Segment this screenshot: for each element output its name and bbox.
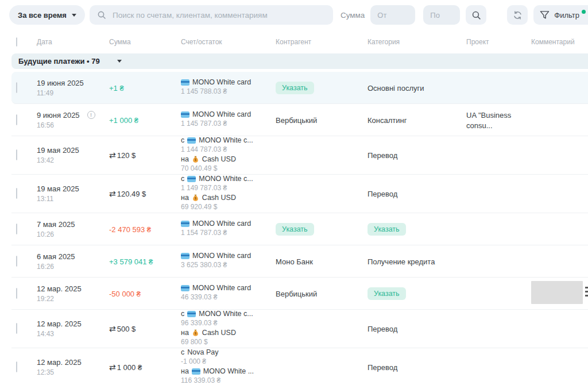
row-checkbox[interactable] xyxy=(16,224,17,234)
period-label: За все время xyxy=(18,11,67,20)
redacted-comment xyxy=(531,281,583,304)
account-balance: 46 339.03 ₴ xyxy=(181,293,270,302)
table-row[interactable]: 19 июня 202511:49+1 ₴MONO White card1 14… xyxy=(11,72,588,104)
table-row[interactable]: 7 мая 202510:26-2 470 593 ₴MONO White ca… xyxy=(11,213,588,245)
account-from-name: MONO White c... xyxy=(199,175,253,183)
transaction-time: 13:11 xyxy=(37,195,103,203)
amount-value: -50 000 ₴ xyxy=(109,290,141,298)
date-cell: 12 мар. 202512:35 xyxy=(37,358,109,376)
filter-button[interactable]: Фильтр xyxy=(533,5,588,25)
row-checkbox[interactable] xyxy=(16,288,17,299)
category-cell: Перевод xyxy=(368,188,466,199)
table-row[interactable]: 12 мар. 202512:35⇄1 000 ₴сNova Pay-1 000… xyxy=(11,348,588,385)
amount-from-input[interactable] xyxy=(370,5,415,25)
account-name: MONO White card xyxy=(192,220,251,228)
amount-value: -2 470 593 ₴ xyxy=(109,225,151,234)
account-cell: сNova Pay-1 000 ₴наMONO White ...116 339… xyxy=(181,348,276,385)
date-cell: 19 мая 202513:11 xyxy=(37,184,109,203)
table-row[interactable]: 9 июня 2025!16:56+1 000 ₴MONO White card… xyxy=(11,104,588,136)
date-cell: 6 мая 202516:26 xyxy=(37,252,109,271)
bank-card-icon xyxy=(187,311,196,317)
amount-cell: ⇄120.49 $ xyxy=(109,188,181,199)
category-name: Получение кредита xyxy=(368,257,435,266)
refresh-button[interactable] xyxy=(507,5,528,25)
account-cell: MONO White card3 625 380.03 ₴ xyxy=(181,252,276,271)
account-to-balance: 69 920.49 $ xyxy=(181,203,270,211)
table-header: Дата Сумма Счет/остаток Контрагент Катег… xyxy=(11,33,588,51)
table-rows: 19 июня 202511:49+1 ₴MONO White card1 14… xyxy=(11,72,588,385)
amount-to-input[interactable] xyxy=(423,5,460,25)
counterparty-cell: Моно Банк xyxy=(276,256,368,267)
account-to-balance: 69 800 $ xyxy=(181,338,270,346)
category-name: Перевод xyxy=(368,325,397,333)
account-from-balance: 96 339.03 ₴ xyxy=(181,319,270,328)
account-balance: 1 145 788.03 ₴ xyxy=(181,87,270,96)
category-cell: Перевод xyxy=(368,324,466,334)
col-header-project: Проект xyxy=(466,38,531,46)
select-all-checkbox[interactable] xyxy=(16,37,17,47)
amount-value: +3 579 041 ₴ xyxy=(109,257,153,266)
filter-label: Фильтр xyxy=(554,11,579,20)
date-cell: 19 мая 202513:42 xyxy=(37,146,109,164)
transaction-time: 16:56 xyxy=(37,121,103,129)
category-set-badge[interactable]: Указать xyxy=(368,287,406,300)
transfer-arrows-icon: ⇄ xyxy=(109,189,116,198)
group-header-future-payments[interactable]: Будущие платежи • 79 xyxy=(11,53,588,69)
counterparty-set-badge[interactable]: Указать xyxy=(276,223,314,236)
table-row[interactable]: 12 мар. 202514:43⇄500 $сMONO White c...9… xyxy=(11,310,588,348)
row-checkbox[interactable] xyxy=(16,323,17,334)
info-icon: ! xyxy=(87,111,95,119)
search-input[interactable] xyxy=(111,10,326,20)
category-cell: Консалтинг xyxy=(368,115,466,125)
row-checkbox[interactable] xyxy=(16,114,17,125)
transaction-time: 12:35 xyxy=(37,368,103,376)
col-header-date: Дата xyxy=(37,38,109,46)
account-cell: MONO White card1 154 787.03 ₴ xyxy=(181,220,276,238)
redacted-comment-edge xyxy=(585,287,588,297)
bank-card-icon xyxy=(181,221,189,227)
bank-card-icon xyxy=(181,253,189,259)
period-dropdown-button[interactable]: За все время xyxy=(9,5,85,25)
account-from-name: Nova Pay xyxy=(187,348,218,357)
bank-card-icon xyxy=(181,79,189,86)
row-checkbox[interactable] xyxy=(16,361,17,372)
transaction-time: 14:43 xyxy=(37,330,103,338)
table-row[interactable]: 19 мая 202513:42⇄120 $сMONO White c...1 … xyxy=(11,136,588,175)
account-cell: сMONO White c...96 339.03 ₴наCash USD69 … xyxy=(181,310,276,348)
amount-cell: ⇄1 000 ₴ xyxy=(109,362,181,372)
account-balance: 1 145 787.03 ₴ xyxy=(181,120,270,128)
account-from-balance: 1 144 787.03 ₴ xyxy=(181,145,270,154)
transfer-from-prefix: с xyxy=(181,310,184,318)
account-to-balance: 116 339.03 ₴ xyxy=(181,376,270,385)
amount-value: 1 000 ₴ xyxy=(117,363,142,372)
category-name: Консалтинг xyxy=(368,116,407,125)
amount-search-button[interactable] xyxy=(466,5,486,25)
account-name: MONO White card xyxy=(192,252,251,260)
table-row[interactable]: 12 мар. 202519:22-50 000 ₴MONO White car… xyxy=(11,278,588,310)
counterparty-name: Моно Банк xyxy=(276,257,313,266)
col-header-amount: Сумма xyxy=(109,38,181,46)
bank-card-icon xyxy=(192,368,200,375)
money-bag-icon xyxy=(192,194,199,202)
table-row[interactable]: 19 мая 202513:11⇄120.49 $сMONO White c..… xyxy=(11,175,588,213)
date-cell: 7 мая 202510:26 xyxy=(37,220,109,238)
transaction-date: 6 мая 2025 xyxy=(37,252,75,261)
account-to-name: Cash USD xyxy=(202,194,236,202)
row-checkbox[interactable] xyxy=(16,188,17,199)
row-checkbox[interactable] xyxy=(16,82,17,93)
transaction-time: 13:42 xyxy=(37,156,103,164)
row-checkbox[interactable] xyxy=(16,149,17,160)
counterparty-name: Вербицький xyxy=(276,116,317,125)
bank-card-icon xyxy=(187,176,196,182)
money-bag-icon xyxy=(192,156,199,163)
counterparty-set-badge[interactable]: Указать xyxy=(276,82,314,94)
account-to-name: Cash USD xyxy=(202,329,236,337)
category-set-badge[interactable]: Указать xyxy=(368,223,406,236)
transfer-arrows-icon: ⇄ xyxy=(109,151,116,160)
row-checkbox[interactable] xyxy=(16,256,17,267)
transaction-date: 19 июня 2025 xyxy=(37,79,84,87)
search-field[interactable] xyxy=(90,5,333,25)
chevron-down-icon xyxy=(72,14,76,17)
table-row[interactable]: 6 мая 202516:26+3 579 041 ₴MONO White ca… xyxy=(11,245,588,278)
category-cell: Перевод xyxy=(368,362,466,372)
